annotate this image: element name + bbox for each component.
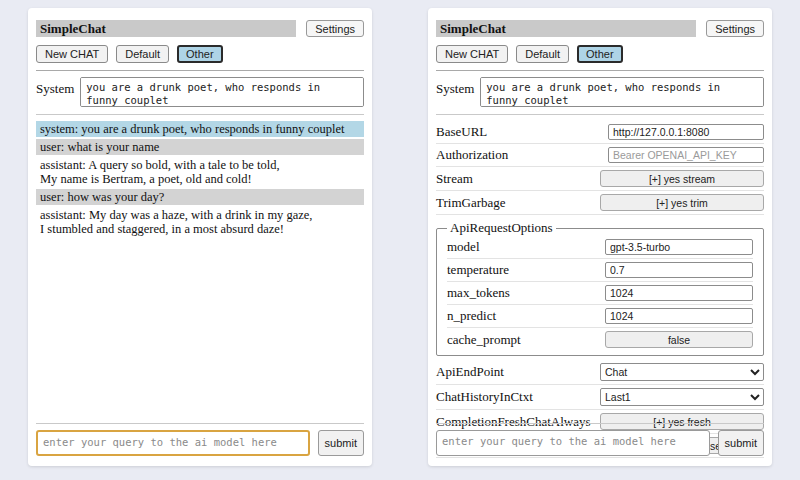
setting-row-stream: Stream [+] yes stream (436, 167, 764, 191)
temperature-label: temperature (447, 262, 605, 278)
page: SimpleChat Settings New CHAT Default Oth… (0, 0, 800, 480)
submit-button[interactable]: submit (318, 430, 364, 456)
query-row: submit (436, 430, 764, 460)
chat-panel: SimpleChat Settings New CHAT Default Oth… (28, 8, 372, 466)
apiendpoint-label: ApiEndPoint (436, 364, 600, 380)
max-tokens-input[interactable] (605, 285, 753, 301)
chat-log: system: you are a drunk poet, who respon… (36, 121, 364, 237)
chat-message-user: user: how was your day? (36, 189, 364, 205)
chat-header: SimpleChat Settings (36, 20, 364, 37)
system-prompt-row: System you are a drunk poet, who respond… (436, 77, 764, 107)
n-predict-label: n_predict (447, 308, 605, 324)
new-chat-button[interactable]: New CHAT (36, 45, 108, 63)
setting-row-temperature: temperature (447, 259, 753, 282)
divider (36, 70, 364, 71)
settings-toolbar: New CHAT Default Other (436, 45, 764, 63)
stream-label: Stream (436, 171, 600, 187)
baseurl-label: BaseURL (436, 124, 608, 140)
query-input[interactable] (36, 430, 310, 456)
settings-panel: SimpleChat Settings New CHAT Default Oth… (428, 8, 772, 466)
stream-toggle-button[interactable]: [+] yes stream (600, 170, 764, 187)
max-tokens-label: max_tokens (447, 285, 605, 301)
settings-button[interactable]: Settings (306, 20, 364, 37)
system-prompt-input[interactable]: you are a drunk poet, who responds in fu… (80, 77, 364, 107)
session-tab-other[interactable]: Other (177, 45, 223, 63)
session-tab-other[interactable]: Other (577, 45, 623, 63)
setting-row-model: model (447, 236, 753, 259)
n-predict-input[interactable] (605, 308, 753, 324)
chat-message-system: system: you are a drunk poet, who respon… (36, 121, 364, 137)
session-tab-default[interactable]: Default (116, 45, 169, 63)
system-prompt-input[interactable]: you are a drunk poet, who responds in fu… (480, 77, 764, 107)
divider (436, 423, 764, 424)
setting-row-trimgarbage: TrimGarbage [+] yes trim (436, 191, 764, 215)
app-title: SimpleChat (436, 20, 696, 37)
authorization-label: Authorization (436, 147, 608, 163)
query-area: submit (36, 416, 364, 460)
setting-row-max-tokens: max_tokens (447, 282, 753, 305)
cache-prompt-label: cache_prompt (447, 332, 605, 348)
apiendpoint-select[interactable]: Chat (600, 363, 764, 381)
query-area: submit (436, 416, 764, 460)
session-tab-default[interactable]: Default (516, 45, 569, 63)
system-label: System (436, 77, 474, 97)
chat-message-user: user: what is your name (36, 139, 364, 155)
model-label: model (447, 239, 605, 255)
setting-row-chathistoryinctxt: ChatHistoryInCtxt Last1 (436, 385, 764, 410)
chat-message-assistant: assistant: A query so bold, with a tale … (36, 157, 364, 187)
query-row: submit (36, 430, 364, 460)
app-title: SimpleChat (36, 20, 296, 37)
api-request-options-fieldset: ApiRequestOptions model temperature max_… (436, 220, 764, 356)
submit-button[interactable]: submit (718, 430, 764, 456)
chat-message-assistant: assistant: My day was a haze, with a dri… (36, 207, 364, 237)
api-request-options-legend: ApiRequestOptions (447, 220, 556, 236)
query-input[interactable] (436, 430, 710, 456)
divider (36, 114, 364, 115)
system-prompt-row: System you are a drunk poet, who respond… (36, 77, 364, 107)
model-input[interactable] (605, 239, 753, 255)
chat-toolbar: New CHAT Default Other (36, 45, 364, 63)
system-label: System (36, 77, 74, 97)
authorization-input[interactable] (608, 147, 764, 163)
trimgarbage-label: TrimGarbage (436, 195, 600, 211)
chathistoryinctxt-label: ChatHistoryInCtxt (436, 389, 600, 405)
new-chat-button[interactable]: New CHAT (436, 45, 508, 63)
baseurl-input[interactable] (608, 124, 764, 140)
settings-button[interactable]: Settings (706, 20, 764, 37)
divider (436, 70, 764, 71)
setting-row-n-predict: n_predict (447, 305, 753, 328)
trimgarbage-toggle-button[interactable]: [+] yes trim (600, 194, 764, 211)
settings-list: BaseURL Authorization Stream [+] yes str… (436, 121, 764, 458)
temperature-input[interactable] (605, 262, 753, 278)
setting-row-authorization: Authorization (436, 144, 764, 167)
chathistoryinctxt-select[interactable]: Last1 (600, 388, 764, 406)
divider (36, 423, 364, 424)
cache-prompt-toggle-button[interactable]: false (605, 331, 753, 348)
settings-header: SimpleChat Settings (436, 20, 764, 37)
setting-row-apiendpoint: ApiEndPoint Chat (436, 360, 764, 385)
setting-row-cache-prompt: cache_prompt false (447, 328, 753, 351)
divider (436, 114, 764, 115)
setting-row-baseurl: BaseURL (436, 121, 764, 144)
